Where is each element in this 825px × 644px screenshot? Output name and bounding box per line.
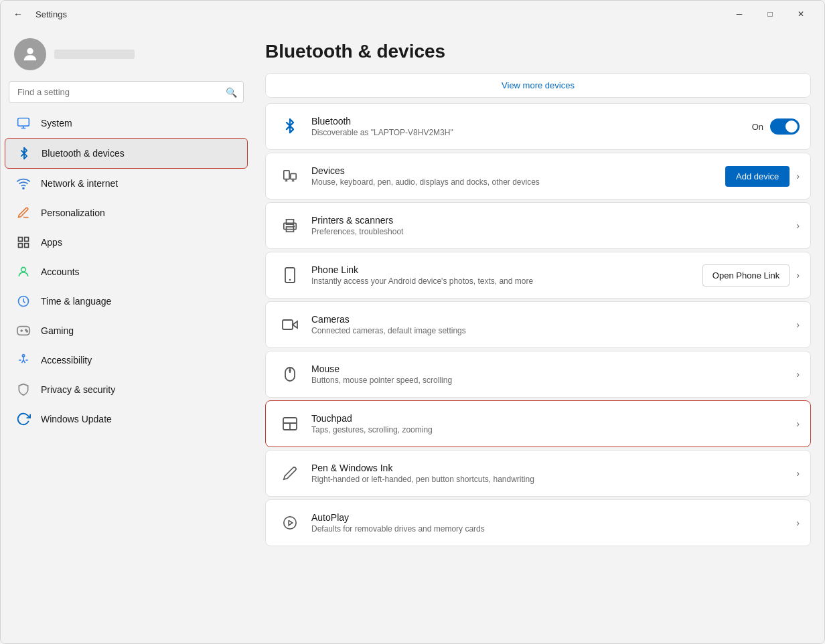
cameras-card: Cameras Connected cameras, default image… bbox=[265, 301, 811, 348]
bluetooth-card: Bluetooth Discoverable as "LAPTOP-V8HV2M… bbox=[265, 103, 811, 150]
bluetooth-row-text: Bluetooth Discoverable as "LAPTOP-V8HV2M… bbox=[311, 116, 752, 137]
autoplay-row[interactable]: AutoPlay Defaults for removable drives a… bbox=[266, 500, 810, 546]
privacy-icon bbox=[15, 382, 31, 398]
content-area: Bluetooth & devices View more devices Bl… bbox=[252, 27, 824, 643]
page-title: Bluetooth & devices bbox=[265, 27, 811, 73]
touchpad-row-icon bbox=[277, 410, 303, 437]
sidebar-item-bluetooth[interactable]: Bluetooth & devices bbox=[5, 138, 248, 169]
app-title: Settings bbox=[35, 9, 67, 19]
sidebar-item-personalization[interactable]: Personalization bbox=[5, 198, 248, 228]
sidebar-item-privacy[interactable]: Privacy & security bbox=[5, 375, 248, 404]
sidebar-item-accessibility[interactable]: Accessibility bbox=[5, 345, 248, 375]
update-label: Windows Update bbox=[41, 414, 112, 424]
bluetooth-row-icon bbox=[277, 113, 303, 140]
svg-point-0 bbox=[27, 48, 33, 54]
devices-title: Devices bbox=[311, 165, 725, 176]
touchpad-row-text: Touchpad Taps, gestures, scrolling, zoom… bbox=[311, 413, 796, 434]
view-more-devices[interactable]: View more devices bbox=[265, 73, 811, 98]
printers-desc: Preferences, troubleshoot bbox=[311, 227, 796, 236]
svg-rect-7 bbox=[19, 244, 23, 248]
svg-rect-1 bbox=[18, 118, 29, 127]
phonelink-chevron: › bbox=[796, 270, 800, 280]
svg-point-36 bbox=[284, 517, 296, 529]
sidebar-item-network[interactable]: Network & internet bbox=[5, 169, 248, 198]
time-icon bbox=[15, 293, 31, 309]
pen-card: Pen & Windows Ink Right-handed or left-h… bbox=[265, 450, 811, 497]
network-label: Network & internet bbox=[41, 178, 118, 189]
search-input[interactable] bbox=[9, 81, 244, 103]
sidebar-item-time[interactable]: Time & language bbox=[5, 287, 248, 316]
pen-right: › bbox=[796, 468, 800, 479]
mouse-right: › bbox=[796, 369, 800, 380]
cameras-row-text: Cameras Connected cameras, default image… bbox=[311, 314, 796, 335]
close-button[interactable]: ✕ bbox=[785, 3, 816, 25]
devices-row-text: Devices Mouse, keyboard, pen, audio, dis… bbox=[311, 165, 725, 187]
personalization-label: Personalization bbox=[41, 208, 105, 218]
mouse-chevron: › bbox=[796, 369, 800, 380]
autoplay-title: AutoPlay bbox=[311, 512, 796, 523]
devices-row[interactable]: Devices Mouse, keyboard, pen, audio, dis… bbox=[266, 153, 810, 199]
phonelink-row[interactable]: Phone Link Instantly access your Android… bbox=[266, 252, 810, 298]
sidebar-item-gaming[interactable]: Gaming bbox=[5, 316, 248, 345]
title-bar: ← Settings ─ □ ✕ bbox=[1, 1, 824, 27]
minimize-button[interactable]: ─ bbox=[724, 3, 755, 25]
touchpad-card: Touchpad Taps, gestures, scrolling, zoom… bbox=[265, 400, 811, 447]
bluetooth-label: Bluetooth & devices bbox=[42, 148, 125, 159]
touchpad-chevron: › bbox=[796, 418, 800, 429]
back-button[interactable]: ← bbox=[9, 5, 27, 23]
autoplay-right: › bbox=[796, 517, 800, 528]
phone-row-icon bbox=[277, 262, 303, 289]
open-phone-link-button[interactable]: Open Phone Link bbox=[702, 264, 790, 287]
autoplay-desc: Defaults for removable drives and memory… bbox=[311, 524, 796, 534]
autoplay-card: AutoPlay Defaults for removable drives a… bbox=[265, 499, 811, 546]
mouse-title: Mouse bbox=[311, 364, 796, 374]
pen-row[interactable]: Pen & Windows Ink Right-handed or left-h… bbox=[266, 451, 810, 496]
printers-chevron: › bbox=[796, 220, 800, 231]
devices-chevron: › bbox=[796, 171, 800, 181]
bluetooth-toggle[interactable] bbox=[770, 118, 800, 135]
add-device-button[interactable]: Add device bbox=[725, 166, 790, 187]
user-section bbox=[1, 27, 252, 81]
maximize-button[interactable]: □ bbox=[755, 3, 785, 25]
main-layout: 🔍 System bbox=[1, 27, 824, 643]
bluetooth-row[interactable]: Bluetooth Discoverable as "LAPTOP-V8HV2M… bbox=[266, 104, 810, 149]
svg-rect-6 bbox=[25, 238, 29, 242]
printers-right: › bbox=[796, 220, 800, 231]
gaming-label: Gaming bbox=[41, 325, 74, 336]
devices-desc: Mouse, keyboard, pen, audio, displays an… bbox=[311, 177, 725, 187]
sidebar-item-update[interactable]: Windows Update bbox=[5, 404, 248, 434]
update-icon bbox=[15, 411, 31, 427]
svg-rect-17 bbox=[284, 171, 289, 179]
autoplay-row-icon bbox=[277, 509, 303, 536]
mouse-row-icon bbox=[277, 361, 303, 388]
bluetooth-nav-icon bbox=[16, 145, 32, 161]
view-more-label: View more devices bbox=[502, 80, 575, 90]
cameras-row[interactable]: Cameras Connected cameras, default image… bbox=[266, 302, 810, 347]
network-icon bbox=[15, 175, 31, 191]
autoplay-row-text: AutoPlay Defaults for removable drives a… bbox=[311, 512, 796, 534]
privacy-label: Privacy & security bbox=[41, 384, 115, 395]
phonelink-right: Open Phone Link › bbox=[702, 264, 800, 287]
printers-row-icon bbox=[277, 212, 303, 239]
apps-icon bbox=[15, 234, 31, 250]
sidebar-item-accounts[interactable]: Accounts bbox=[5, 257, 248, 287]
title-bar-left: ← Settings bbox=[9, 5, 67, 23]
sidebar-item-system[interactable]: System bbox=[5, 108, 248, 138]
sidebar-item-apps[interactable]: Apps bbox=[5, 228, 248, 257]
pen-desc: Right-handed or left-handed, pen button … bbox=[311, 475, 796, 484]
phonelink-desc: Instantly access your Android device's p… bbox=[311, 276, 702, 286]
phonelink-card: Phone Link Instantly access your Android… bbox=[265, 252, 811, 299]
pen-title: Pen & Windows Ink bbox=[311, 463, 796, 473]
sidebar-nav: System Bluetooth & devices bbox=[1, 108, 252, 434]
mouse-row[interactable]: Mouse Buttons, mouse pointer speed, scro… bbox=[266, 351, 810, 397]
toggle-on-label: On bbox=[752, 122, 763, 132]
camera-row-icon bbox=[277, 311, 303, 338]
printers-row[interactable]: Printers & scanners Preferences, trouble… bbox=[266, 203, 810, 248]
system-label: System bbox=[41, 118, 72, 129]
svg-point-9 bbox=[21, 267, 26, 272]
touchpad-row[interactable]: Touchpad Taps, gestures, scrolling, zoom… bbox=[266, 401, 810, 447]
svg-rect-5 bbox=[19, 238, 23, 242]
devices-card: Devices Mouse, keyboard, pen, audio, dis… bbox=[265, 153, 811, 199]
cameras-chevron: › bbox=[796, 319, 800, 330]
bluetooth-right: On bbox=[752, 118, 800, 135]
